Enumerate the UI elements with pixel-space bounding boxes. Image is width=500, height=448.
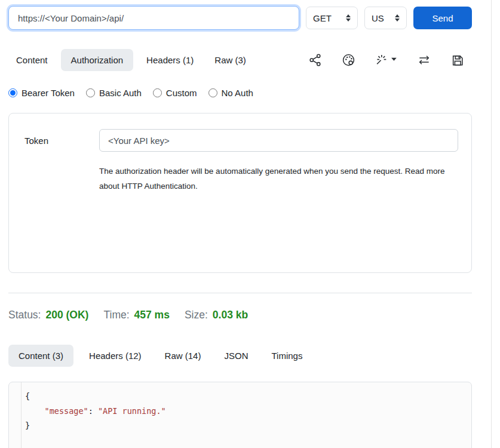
resp-tab-headers[interactable]: Headers (12) [81, 345, 149, 367]
method-select-value: GET [313, 13, 332, 23]
radio-label: No Auth [222, 88, 253, 98]
status-label: Status: [8, 309, 41, 321]
token-label: Token [24, 136, 99, 146]
status-value: 200 (OK) [45, 309, 88, 321]
toolbar-icons [308, 53, 472, 67]
code-key: "message" [45, 406, 88, 416]
tab-content[interactable]: Content [8, 49, 56, 71]
code-indent [25, 406, 45, 416]
radio-circle-icon [153, 88, 162, 97]
radio-label: Bearer Token [22, 88, 75, 98]
region-select-value: US [372, 13, 384, 23]
request-tabs-row: Content Authorization Headers (1) Raw (3… [8, 49, 472, 71]
resp-tab-raw[interactable]: Raw (14) [157, 345, 209, 367]
token-help-text: The authorization header will be automat… [99, 164, 450, 194]
tab-headers[interactable]: Headers (1) [139, 49, 201, 71]
swap-arrows-icon[interactable] [417, 53, 431, 67]
auth-panel: Token The authorization header will be a… [8, 113, 472, 273]
response-tabs: Content (3) Headers (12) Raw (14) JSON T… [8, 345, 472, 367]
time-label: Time: [103, 309, 129, 321]
region-select[interactable]: US [364, 7, 407, 29]
code-value: "API running." [98, 406, 166, 416]
size-label: Size: [185, 309, 208, 321]
resp-tab-timings[interactable]: Timings [263, 345, 310, 367]
magic-wand-icon[interactable] [375, 53, 397, 67]
url-input[interactable] [8, 6, 299, 30]
tab-raw[interactable]: Raw (3) [207, 49, 254, 71]
method-select[interactable]: GET [306, 7, 358, 29]
updown-arrows-icon [395, 14, 400, 22]
tab-authorization[interactable]: Authorization [61, 49, 134, 71]
api-client-page: GET US Send Content Authorization Header… [0, 0, 500, 448]
request-bar: GET US Send [8, 5, 472, 31]
radio-label: Basic Auth [99, 88, 142, 98]
scrollbar-track[interactable] [491, 0, 492, 448]
radio-circle-icon [208, 88, 217, 97]
response-body-code-block: { "message": "API running." } [8, 382, 472, 448]
code-line: { [25, 391, 30, 401]
size-value: 0.03 kb [213, 309, 248, 321]
radio-circle-icon [86, 88, 95, 97]
radio-no-auth[interactable]: No Auth [208, 88, 253, 98]
radio-custom[interactable]: Custom [153, 88, 197, 98]
auth-type-options: Bearer Token Basic Auth Custom No Auth [8, 88, 472, 98]
response-status-row: Status: 200 (OK) Time: 457 ms Size: 0.03… [8, 309, 472, 321]
send-button[interactable]: Send [413, 7, 472, 29]
palette-icon[interactable] [342, 53, 355, 67]
token-input[interactable] [99, 129, 458, 152]
radio-bearer-token[interactable]: Bearer Token [8, 88, 75, 98]
updown-arrows-icon [346, 14, 351, 22]
code-gutter [9, 382, 22, 448]
resp-tab-json[interactable]: JSON [216, 345, 256, 367]
radio-label: Custom [166, 88, 197, 98]
request-tabs: Content Authorization Headers (1) Raw (3… [8, 49, 254, 71]
response-json: { "message": "API running." } [22, 382, 471, 448]
code-sep: : [88, 406, 98, 416]
time-value: 457 ms [134, 309, 170, 321]
resp-tab-content[interactable]: Content (3) [8, 345, 73, 367]
radio-circle-icon [8, 88, 17, 97]
save-icon[interactable] [451, 54, 464, 67]
share-icon[interactable] [308, 53, 322, 67]
section-divider [8, 293, 472, 293]
radio-basic-auth[interactable]: Basic Auth [86, 88, 142, 98]
code-line: } [25, 421, 30, 430]
